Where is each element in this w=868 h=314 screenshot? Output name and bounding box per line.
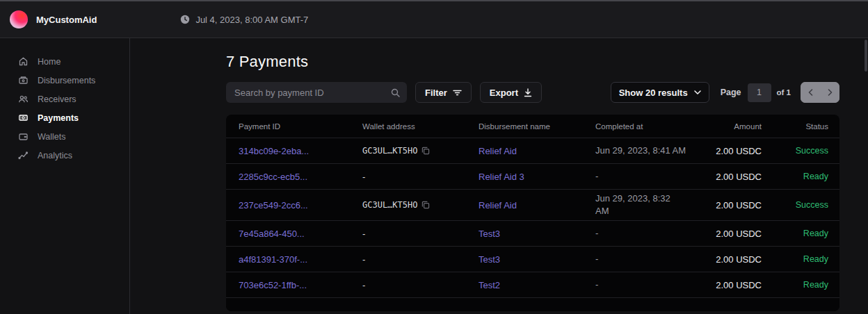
session-time: Jul 4, 2023, 8:00 AM GMT-7 bbox=[180, 15, 308, 25]
prev-page-button[interactable] bbox=[801, 82, 820, 103]
filter-icon bbox=[453, 89, 462, 97]
disbursement-link[interactable]: Relief Aid 3 bbox=[479, 172, 595, 182]
amount: 2.00 USDC bbox=[707, 229, 762, 239]
payments-icon bbox=[18, 113, 29, 123]
copy-icon[interactable] bbox=[421, 201, 430, 209]
sidebar-item-label: Receivers bbox=[38, 94, 77, 104]
sidebar-item-receivers[interactable]: Receivers bbox=[0, 90, 129, 108]
sidebar: HomeDisbursementsReceiversPaymentsWallet… bbox=[0, 38, 130, 314]
analytics-icon bbox=[18, 150, 29, 160]
wallets-icon bbox=[18, 131, 29, 142]
wallet-address: GC3UL…KT5HO bbox=[362, 146, 479, 156]
status-badge: Ready bbox=[762, 254, 839, 264]
sidebar-item-home[interactable]: Home bbox=[0, 52, 129, 71]
export-button[interactable]: Export bbox=[480, 82, 542, 103]
page-number-input[interactable] bbox=[748, 83, 771, 102]
payment-id-link[interactable]: 2285c9cc-ecb5... bbox=[226, 172, 362, 182]
clock-icon bbox=[180, 15, 190, 24]
search-box[interactable] bbox=[226, 82, 407, 103]
sidebar-item-label: Wallets bbox=[38, 132, 66, 142]
payment-id-link[interactable]: 703e6c52-1ffb-... bbox=[226, 280, 362, 290]
wallet-address-text: - bbox=[362, 280, 365, 290]
sidebar-item-disbursements[interactable]: Disbursements bbox=[0, 71, 129, 90]
sidebar-item-label: Disbursements bbox=[38, 76, 95, 85]
table-row-partial bbox=[226, 297, 839, 311]
filter-button[interactable]: Filter bbox=[415, 82, 472, 103]
topbar: MyCustomAid Jul 4, 2023, 8:00 AM GMT-7 bbox=[0, 1, 868, 38]
wallet-address: GC3UL…KT5HO bbox=[362, 200, 479, 210]
table-body: 314bc09e-2eba...GC3UL…KT5HORelief AidJun… bbox=[226, 138, 839, 297]
status-badge: Ready bbox=[762, 172, 839, 181]
status-badge: Success bbox=[762, 146, 839, 156]
chevron-down-icon bbox=[694, 90, 701, 94]
export-button-label: Export bbox=[490, 88, 518, 98]
search-icon bbox=[391, 88, 400, 97]
payment-id-link[interactable]: 237ce549-2cc6... bbox=[226, 200, 362, 210]
table-row: 237ce549-2cc6...GC3UL…KT5HORelief AidJun… bbox=[226, 189, 839, 220]
amount: 2.00 USDC bbox=[707, 254, 762, 265]
results-per-page-select[interactable]: Show 20 results bbox=[611, 82, 709, 103]
wallet-address: - bbox=[362, 280, 479, 290]
table-row: a4f81391-370f-...-Test3-2.00 USDCReady bbox=[226, 246, 839, 272]
brand-name: MyCustomAid bbox=[36, 15, 97, 25]
table-row: 314bc09e-2eba...GC3UL…KT5HORelief AidJun… bbox=[226, 138, 839, 163]
pager-buttons bbox=[801, 82, 839, 103]
completed-at: - bbox=[595, 170, 707, 183]
table-row: 2285c9cc-ecb5...-Relief Aid 3-2.00 USDCR… bbox=[226, 163, 839, 189]
disbursement-link[interactable]: Relief Aid bbox=[479, 146, 595, 156]
sidebar-item-payments[interactable]: Payments bbox=[0, 108, 129, 127]
completed-at: - bbox=[595, 253, 707, 265]
page-label: Page bbox=[721, 88, 741, 97]
amount: 2.00 USDC bbox=[707, 200, 762, 210]
disbursement-link[interactable]: Test3 bbox=[479, 229, 595, 239]
controls-row: Filter Export Show 20 results Pag bbox=[226, 82, 839, 103]
app-logo bbox=[10, 10, 28, 28]
sidebar-item-wallets[interactable]: Wallets bbox=[0, 127, 129, 146]
main-content: 7 Payments Filter Export bbox=[130, 38, 868, 314]
completed-at: - bbox=[595, 279, 707, 291]
column-header: Wallet address bbox=[362, 122, 479, 131]
sidebar-item-label: Analytics bbox=[38, 151, 72, 160]
wallet-address: - bbox=[362, 229, 479, 239]
wallet-address: - bbox=[362, 172, 479, 182]
results-per-page-label: Show 20 results bbox=[619, 88, 688, 98]
payments-table: Payment IDWallet addressDisbursement nam… bbox=[226, 115, 839, 311]
wallet-address-text: - bbox=[362, 229, 365, 239]
disbursement-link[interactable]: Test3 bbox=[479, 254, 595, 265]
search-input[interactable] bbox=[234, 88, 391, 98]
scrollbar-thumb[interactable] bbox=[865, 40, 867, 72]
table-row: 703e6c52-1ffb-...-Test2-2.00 USDCReady bbox=[226, 272, 839, 297]
column-header: Amount bbox=[707, 122, 762, 131]
download-icon bbox=[524, 88, 532, 97]
home-icon bbox=[18, 56, 29, 67]
disbursement-link[interactable]: Test2 bbox=[479, 280, 595, 290]
filter-button-label: Filter bbox=[425, 88, 447, 98]
completed-at: Jun 29, 2023, 8:32 AM bbox=[595, 192, 707, 217]
status-badge: Success bbox=[762, 200, 839, 210]
column-header: Status bbox=[762, 122, 839, 131]
disbursement-link[interactable]: Relief Aid bbox=[479, 200, 595, 210]
amount: 2.00 USDC bbox=[707, 172, 762, 182]
next-page-button[interactable] bbox=[820, 82, 839, 103]
wallet-address-text: GC3UL…KT5HO bbox=[362, 146, 417, 156]
receivers-icon bbox=[18, 94, 29, 104]
payment-id-link[interactable]: 7e45a864-450... bbox=[226, 229, 362, 239]
sidebar-item-label: Home bbox=[38, 57, 61, 67]
wallet-address: - bbox=[362, 254, 479, 265]
table-row: 7e45a864-450...-Test3-2.00 USDCReady bbox=[226, 220, 839, 246]
disbursements-icon bbox=[18, 75, 29, 85]
amount: 2.00 USDC bbox=[707, 146, 762, 156]
copy-icon[interactable] bbox=[421, 147, 430, 155]
column-header: Completed at bbox=[595, 122, 707, 131]
pagination: Show 20 results Page of 1 bbox=[611, 82, 839, 103]
payment-id-link[interactable]: 314bc09e-2eba... bbox=[226, 146, 362, 156]
payment-id-link[interactable]: a4f81391-370f-... bbox=[226, 254, 362, 265]
wallet-address-text: GC3UL…KT5HO bbox=[362, 200, 417, 210]
sidebar-item-analytics[interactable]: Analytics bbox=[0, 146, 129, 165]
completed-at: Jun 29, 2023, 8:41 AM bbox=[595, 144, 707, 157]
amount: 2.00 USDC bbox=[707, 280, 762, 290]
page-title: 7 Payments bbox=[226, 53, 868, 71]
wallet-address-text: - bbox=[362, 254, 365, 265]
column-header: Payment ID bbox=[226, 122, 362, 131]
completed-at: - bbox=[595, 227, 707, 240]
